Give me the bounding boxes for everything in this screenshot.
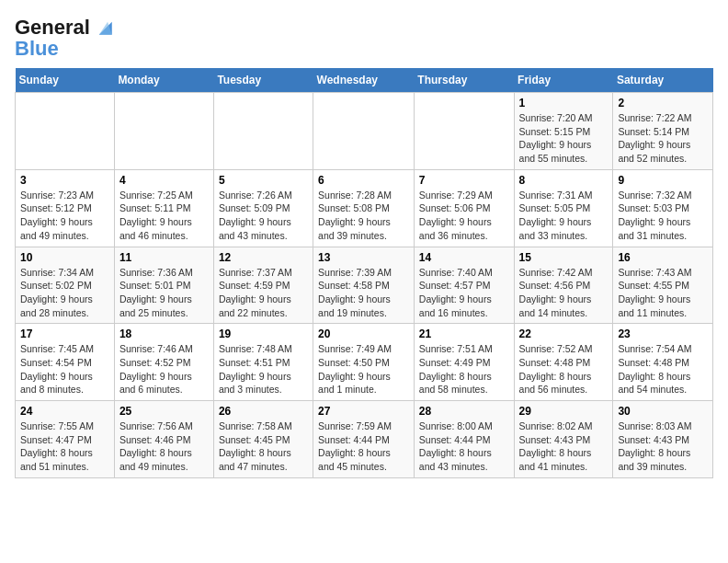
day-number: 12 [219, 251, 308, 264]
calendar-day-cell: 18Sunrise: 7:46 AM Sunset: 4:52 PM Dayli… [114, 324, 213, 401]
day-number: 7 [419, 174, 509, 187]
day-info: Sunrise: 7:31 AM Sunset: 5:05 PM Dayligh… [519, 189, 609, 243]
calendar-day-cell: 1Sunrise: 7:20 AM Sunset: 5:15 PM Daylig… [514, 93, 613, 170]
day-info: Sunrise: 7:45 AM Sunset: 4:54 PM Dayligh… [20, 342, 109, 396]
weekday-header-cell: Thursday [414, 68, 514, 93]
day-number: 10 [20, 251, 109, 264]
calendar-day-cell: 14Sunrise: 7:40 AM Sunset: 4:57 PM Dayli… [414, 247, 514, 324]
calendar-day-cell: 23Sunrise: 7:54 AM Sunset: 4:48 PM Dayli… [613, 324, 713, 401]
calendar-day-cell: 16Sunrise: 7:43 AM Sunset: 4:55 PM Dayli… [613, 247, 713, 324]
day-number: 28 [419, 405, 509, 418]
day-number: 22 [519, 327, 609, 340]
calendar-day-cell [16, 93, 115, 170]
calendar-day-cell [114, 93, 213, 170]
day-info: Sunrise: 7:36 AM Sunset: 5:01 PM Dayligh… [119, 266, 209, 320]
weekday-header-cell: Saturday [613, 68, 713, 93]
day-info: Sunrise: 7:42 AM Sunset: 4:56 PM Dayligh… [519, 266, 609, 320]
calendar-day-cell: 29Sunrise: 8:02 AM Sunset: 4:43 PM Dayli… [514, 401, 613, 478]
day-info: Sunrise: 8:00 AM Sunset: 4:44 PM Dayligh… [419, 419, 509, 474]
calendar-day-cell [313, 93, 415, 170]
day-number: 17 [20, 327, 109, 340]
day-number: 18 [119, 327, 209, 340]
calendar-day-cell [213, 93, 313, 170]
day-info: Sunrise: 7:40 AM Sunset: 4:57 PM Dayligh… [419, 266, 509, 320]
day-info: Sunrise: 7:59 AM Sunset: 4:44 PM Dayligh… [318, 419, 409, 474]
day-number: 2 [618, 97, 708, 109]
day-number: 21 [419, 327, 509, 340]
day-number: 6 [318, 174, 409, 187]
day-number: 15 [519, 251, 609, 264]
calendar-day-cell: 15Sunrise: 7:42 AM Sunset: 4:56 PM Dayli… [514, 247, 613, 324]
weekday-header-row: SundayMondayTuesdayWednesdayThursdayFrid… [16, 68, 713, 93]
logo-icon [92, 15, 118, 40]
calendar-day-cell: 4Sunrise: 7:25 AM Sunset: 5:11 PM Daylig… [114, 169, 213, 247]
day-info: Sunrise: 7:46 AM Sunset: 4:52 PM Dayligh… [119, 342, 209, 396]
calendar-day-cell: 30Sunrise: 8:03 AM Sunset: 4:43 PM Dayli… [613, 401, 713, 478]
calendar-day-cell: 13Sunrise: 7:39 AM Sunset: 4:58 PM Dayli… [313, 247, 415, 324]
calendar-day-cell: 6Sunrise: 7:28 AM Sunset: 5:08 PM Daylig… [313, 169, 415, 247]
day-number: 1 [519, 97, 609, 109]
calendar-day-cell: 8Sunrise: 7:31 AM Sunset: 5:05 PM Daylig… [514, 169, 613, 247]
calendar-day-cell: 5Sunrise: 7:26 AM Sunset: 5:09 PM Daylig… [213, 169, 313, 247]
calendar-day-cell: 28Sunrise: 8:00 AM Sunset: 4:44 PM Dayli… [414, 401, 514, 478]
day-info: Sunrise: 7:52 AM Sunset: 4:48 PM Dayligh… [519, 342, 609, 396]
day-info: Sunrise: 7:51 AM Sunset: 4:49 PM Dayligh… [419, 342, 509, 396]
day-number: 9 [618, 174, 708, 187]
calendar-day-cell: 21Sunrise: 7:51 AM Sunset: 4:49 PM Dayli… [414, 324, 514, 401]
day-number: 5 [219, 174, 308, 187]
calendar-day-cell: 2Sunrise: 7:22 AM Sunset: 5:14 PM Daylig… [613, 93, 713, 170]
calendar-table: SundayMondayTuesdayWednesdayThursdayFrid… [15, 68, 713, 478]
calendar-day-cell: 27Sunrise: 7:59 AM Sunset: 4:44 PM Dayli… [313, 401, 415, 478]
day-info: Sunrise: 7:34 AM Sunset: 5:02 PM Dayligh… [20, 266, 109, 320]
day-info: Sunrise: 7:43 AM Sunset: 4:55 PM Dayligh… [618, 266, 708, 320]
day-number: 14 [419, 251, 509, 264]
page-header: General Blue [15, 15, 713, 61]
day-info: Sunrise: 7:54 AM Sunset: 4:48 PM Dayligh… [618, 342, 708, 396]
day-number: 3 [20, 174, 109, 187]
day-info: Sunrise: 7:28 AM Sunset: 5:08 PM Dayligh… [318, 189, 409, 243]
calendar-day-cell: 26Sunrise: 7:58 AM Sunset: 4:45 PM Dayli… [213, 401, 313, 478]
day-info: Sunrise: 7:49 AM Sunset: 4:50 PM Dayligh… [318, 342, 409, 396]
day-info: Sunrise: 7:39 AM Sunset: 4:58 PM Dayligh… [318, 266, 409, 320]
day-info: Sunrise: 7:58 AM Sunset: 4:45 PM Dayligh… [219, 419, 308, 474]
weekday-header-cell: Sunday [16, 68, 115, 93]
calendar-day-cell [414, 93, 514, 170]
day-number: 26 [219, 405, 308, 418]
day-info: Sunrise: 7:56 AM Sunset: 4:46 PM Dayligh… [119, 419, 209, 474]
day-number: 19 [219, 327, 308, 340]
day-number: 16 [618, 251, 708, 264]
day-info: Sunrise: 7:48 AM Sunset: 4:51 PM Dayligh… [219, 342, 308, 396]
calendar-day-cell: 9Sunrise: 7:32 AM Sunset: 5:03 PM Daylig… [613, 169, 713, 247]
day-number: 25 [119, 405, 209, 418]
calendar-week-row: 3Sunrise: 7:23 AM Sunset: 5:12 PM Daylig… [16, 169, 713, 247]
day-number: 23 [618, 327, 708, 340]
calendar-day-cell: 11Sunrise: 7:36 AM Sunset: 5:01 PM Dayli… [114, 247, 213, 324]
day-number: 30 [618, 405, 708, 418]
calendar-day-cell: 22Sunrise: 7:52 AM Sunset: 4:48 PM Dayli… [514, 324, 613, 401]
day-number: 8 [519, 174, 609, 187]
logo-text: General [15, 17, 90, 39]
day-number: 27 [318, 405, 409, 418]
day-info: Sunrise: 7:55 AM Sunset: 4:47 PM Dayligh… [20, 419, 109, 474]
day-info: Sunrise: 7:32 AM Sunset: 5:03 PM Dayligh… [618, 189, 708, 243]
day-number: 20 [318, 327, 409, 340]
weekday-header-cell: Wednesday [313, 68, 415, 93]
day-info: Sunrise: 7:25 AM Sunset: 5:11 PM Dayligh… [119, 189, 209, 243]
day-info: Sunrise: 8:03 AM Sunset: 4:43 PM Dayligh… [618, 419, 708, 474]
day-info: Sunrise: 7:22 AM Sunset: 5:14 PM Dayligh… [618, 111, 708, 166]
calendar-week-row: 24Sunrise: 7:55 AM Sunset: 4:47 PM Dayli… [16, 401, 713, 478]
calendar-day-cell: 17Sunrise: 7:45 AM Sunset: 4:54 PM Dayli… [16, 324, 115, 401]
calendar-body: 1Sunrise: 7:20 AM Sunset: 5:15 PM Daylig… [16, 93, 713, 478]
calendar-day-cell: 7Sunrise: 7:29 AM Sunset: 5:06 PM Daylig… [414, 169, 514, 247]
calendar-week-row: 17Sunrise: 7:45 AM Sunset: 4:54 PM Dayli… [16, 324, 713, 401]
logo: General Blue [15, 15, 118, 61]
day-number: 4 [119, 174, 209, 187]
weekday-header-cell: Friday [514, 68, 613, 93]
calendar-day-cell: 10Sunrise: 7:34 AM Sunset: 5:02 PM Dayli… [16, 247, 115, 324]
calendar-day-cell: 24Sunrise: 7:55 AM Sunset: 4:47 PM Dayli… [16, 401, 115, 478]
day-info: Sunrise: 7:23 AM Sunset: 5:12 PM Dayligh… [20, 189, 109, 243]
calendar-day-cell: 20Sunrise: 7:49 AM Sunset: 4:50 PM Dayli… [313, 324, 415, 401]
day-info: Sunrise: 7:29 AM Sunset: 5:06 PM Dayligh… [419, 189, 509, 243]
day-number: 24 [20, 405, 109, 418]
calendar-day-cell: 19Sunrise: 7:48 AM Sunset: 4:51 PM Dayli… [213, 324, 313, 401]
